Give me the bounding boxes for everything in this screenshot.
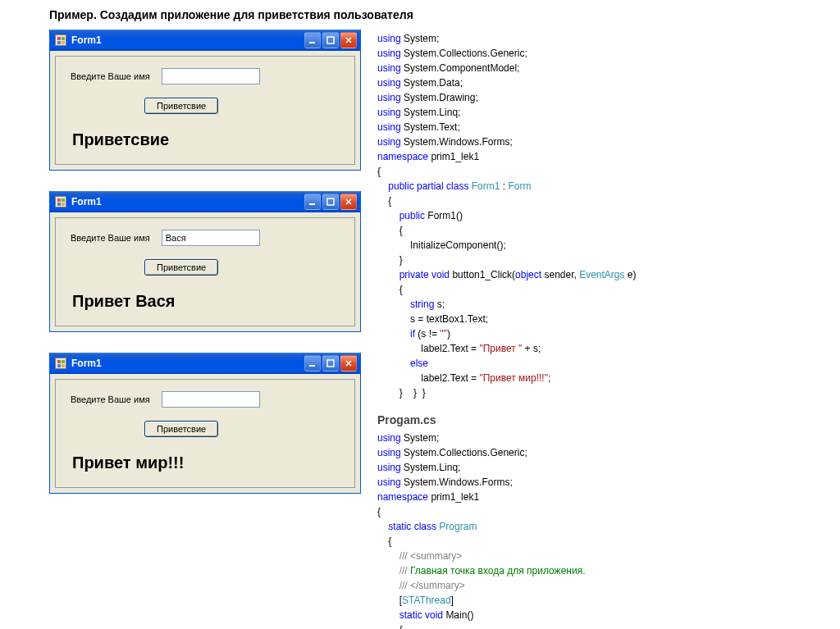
window-form-3: Form1 Введите Ваше имя Приветсвие Привет… [49,353,361,494]
greet-button[interactable]: Приветсвие [144,421,218,437]
window-form-1: Form1 Введите Ваше имя Приветсвие Привет… [49,30,361,171]
page-title: Пример. Создадим приложение для приветст… [49,8,824,21]
name-input[interactable] [162,68,260,84]
close-icon[interactable] [340,355,357,371]
greet-button[interactable]: Приветсвие [144,98,218,114]
app-icon [55,34,66,46]
window-title: Form1 [71,34,304,46]
svg-rect-3 [327,198,334,205]
svg-rect-5 [327,360,334,367]
svg-rect-0 [309,42,315,43]
minimize-icon[interactable] [304,194,321,210]
svg-rect-4 [309,365,315,367]
titlebar[interactable]: Form1 [50,30,360,51]
window-title: Form1 [71,196,304,207]
titlebar[interactable]: Form1 [50,191,360,212]
name-input[interactable] [162,391,260,408]
name-input[interactable] [162,230,260,246]
code-block-form1: using System; using System.Collections.G… [377,31,824,400]
minimize-icon[interactable] [304,32,321,48]
close-icon[interactable] [340,32,357,48]
filename-program: Progam.cs [377,412,824,429]
result-label: Привет Вася [71,284,340,316]
app-icon [55,196,66,207]
window-form-2: Form1 Введите Ваше имя Приветсвие Привет… [49,191,361,332]
maximize-icon[interactable] [322,355,339,371]
result-label: Привет мир!!! [71,445,340,477]
minimize-icon[interactable] [304,355,321,371]
input-label: Введите Ваше имя [71,71,150,81]
svg-rect-2 [309,203,315,205]
maximize-icon[interactable] [322,32,339,48]
window-title: Form1 [71,358,304,369]
svg-rect-1 [327,37,334,43]
result-label: Приветсвие [71,122,340,154]
input-label: Введите Ваше имя [71,233,150,243]
titlebar[interactable]: Form1 [50,353,360,374]
app-icon [55,358,66,369]
code-block-program: using System; using System.Collections.G… [377,431,824,629]
input-label: Введите Ваше имя [71,394,150,404]
greet-button[interactable]: Приветсвие [144,259,218,276]
maximize-icon[interactable] [322,194,339,210]
close-icon[interactable] [340,194,357,210]
